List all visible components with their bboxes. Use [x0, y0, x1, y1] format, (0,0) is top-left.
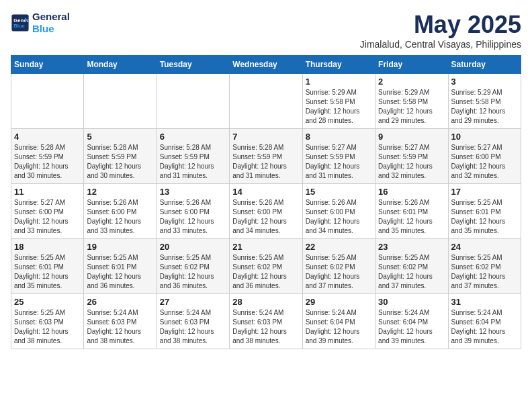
day-info: Sunrise: 5:26 AM Sunset: 6:01 PM Dayligh… [378, 198, 445, 236]
col-wednesday: Wednesday [230, 56, 302, 74]
day-number: 16 [378, 187, 445, 197]
day-number: 2 [378, 77, 445, 87]
day-info: Sunrise: 5:28 AM Sunset: 5:59 PM Dayligh… [160, 143, 226, 181]
cell-week1-day4: 1Sunrise: 5:29 AM Sunset: 5:58 PM Daylig… [302, 74, 375, 129]
cell-week5-day5: 30Sunrise: 5:24 AM Sunset: 6:04 PM Dayli… [375, 294, 448, 349]
day-number: 29 [306, 297, 372, 307]
cell-week3-day6: 17Sunrise: 5:25 AM Sunset: 6:01 PM Dayli… [448, 184, 521, 239]
cell-week2-day2: 6Sunrise: 5:28 AM Sunset: 5:59 PM Daylig… [157, 129, 229, 184]
cell-week2-day0: 4Sunrise: 5:28 AM Sunset: 5:59 PM Daylig… [11, 129, 84, 184]
cell-week5-day1: 26Sunrise: 5:24 AM Sunset: 6:03 PM Dayli… [84, 294, 157, 349]
day-number: 24 [451, 242, 518, 252]
cell-week1-day1 [84, 74, 157, 129]
day-info: Sunrise: 5:28 AM Sunset: 5:59 PM Dayligh… [232, 143, 299, 181]
day-info: Sunrise: 5:25 AM Sunset: 6:01 PM Dayligh… [451, 198, 518, 236]
cell-week5-day2: 27Sunrise: 5:24 AM Sunset: 6:03 PM Dayli… [157, 294, 229, 349]
cell-week3-day5: 16Sunrise: 5:26 AM Sunset: 6:01 PM Dayli… [375, 184, 448, 239]
calendar-table: Sunday Monday Tuesday Wednesday Thursday… [11, 55, 521, 349]
cell-week3-day4: 15Sunrise: 5:26 AM Sunset: 6:00 PM Dayli… [302, 184, 375, 239]
cell-week1-day6: 3Sunrise: 5:29 AM Sunset: 5:58 PM Daylig… [448, 74, 521, 129]
day-info: Sunrise: 5:24 AM Sunset: 6:04 PM Dayligh… [306, 308, 372, 346]
day-info: Sunrise: 5:24 AM Sunset: 6:03 PM Dayligh… [87, 308, 153, 346]
cell-week2-day4: 8Sunrise: 5:27 AM Sunset: 5:59 PM Daylig… [302, 129, 375, 184]
cell-week2-day3: 7Sunrise: 5:28 AM Sunset: 5:59 PM Daylig… [230, 129, 302, 184]
location: Jimalalud, Central Visayas, Philippines [360, 39, 521, 50]
day-info: Sunrise: 5:26 AM Sunset: 6:00 PM Dayligh… [232, 198, 299, 236]
cell-week1-day0 [11, 74, 84, 129]
day-info: Sunrise: 5:25 AM Sunset: 6:02 PM Dayligh… [160, 253, 226, 291]
day-number: 31 [451, 297, 518, 307]
day-number: 12 [87, 187, 153, 197]
cell-week4-day1: 19Sunrise: 5:25 AM Sunset: 6:01 PM Dayli… [84, 239, 157, 294]
day-number: 1 [306, 77, 372, 87]
day-info: Sunrise: 5:27 AM Sunset: 6:00 PM Dayligh… [451, 143, 518, 181]
cell-week3-day1: 12Sunrise: 5:26 AM Sunset: 6:00 PM Dayli… [84, 184, 157, 239]
day-number: 13 [160, 187, 226, 197]
cell-week5-day6: 31Sunrise: 5:24 AM Sunset: 6:04 PM Dayli… [448, 294, 521, 349]
day-info: Sunrise: 5:25 AM Sunset: 6:02 PM Dayligh… [378, 253, 445, 291]
day-info: Sunrise: 5:29 AM Sunset: 5:58 PM Dayligh… [306, 88, 372, 126]
logo-icon: General Blue [11, 13, 30, 32]
day-number: 21 [232, 242, 299, 252]
day-number: 5 [87, 132, 153, 142]
week-row-2: 4Sunrise: 5:28 AM Sunset: 5:59 PM Daylig… [11, 129, 521, 184]
day-info: Sunrise: 5:24 AM Sunset: 6:03 PM Dayligh… [160, 308, 226, 346]
day-info: Sunrise: 5:25 AM Sunset: 6:01 PM Dayligh… [14, 253, 81, 291]
week-row-3: 11Sunrise: 5:27 AM Sunset: 6:00 PM Dayli… [11, 184, 521, 239]
day-info: Sunrise: 5:26 AM Sunset: 6:00 PM Dayligh… [306, 198, 372, 236]
day-number: 14 [232, 187, 299, 197]
day-info: Sunrise: 5:28 AM Sunset: 5:59 PM Dayligh… [14, 143, 81, 181]
day-info: Sunrise: 5:25 AM Sunset: 6:01 PM Dayligh… [87, 253, 153, 291]
cell-week1-day5: 2Sunrise: 5:29 AM Sunset: 5:58 PM Daylig… [375, 74, 448, 129]
cell-week4-day3: 21Sunrise: 5:25 AM Sunset: 6:02 PM Dayli… [230, 239, 302, 294]
cell-week2-day1: 5Sunrise: 5:28 AM Sunset: 5:59 PM Daylig… [84, 129, 157, 184]
day-info: Sunrise: 5:25 AM Sunset: 6:02 PM Dayligh… [306, 253, 372, 291]
day-info: Sunrise: 5:27 AM Sunset: 5:59 PM Dayligh… [378, 143, 445, 181]
day-info: Sunrise: 5:24 AM Sunset: 6:04 PM Dayligh… [451, 308, 518, 346]
day-number: 27 [160, 297, 226, 307]
svg-text:Blue: Blue [13, 23, 25, 29]
day-number: 11 [14, 187, 81, 197]
col-sunday: Sunday [11, 56, 84, 74]
day-info: Sunrise: 5:25 AM Sunset: 6:03 PM Dayligh… [14, 308, 81, 346]
cell-week1-day2 [157, 74, 229, 129]
day-number: 25 [14, 297, 81, 307]
logo: General Blue General Blue [11, 11, 70, 35]
logo-text-line1: General [32, 11, 70, 23]
cell-week4-day2: 20Sunrise: 5:25 AM Sunset: 6:02 PM Dayli… [157, 239, 229, 294]
day-number: 4 [14, 132, 81, 142]
cell-week4-day5: 23Sunrise: 5:25 AM Sunset: 6:02 PM Dayli… [375, 239, 448, 294]
cell-week4-day6: 24Sunrise: 5:25 AM Sunset: 6:02 PM Dayli… [448, 239, 521, 294]
day-info: Sunrise: 5:29 AM Sunset: 5:58 PM Dayligh… [378, 88, 445, 126]
day-number: 7 [232, 132, 299, 142]
day-number: 30 [378, 297, 445, 307]
day-info: Sunrise: 5:28 AM Sunset: 5:59 PM Dayligh… [87, 143, 153, 181]
day-number: 22 [306, 242, 372, 252]
header: General Blue General Blue May 2025 Jimal… [11, 11, 521, 50]
cell-week1-day3 [230, 74, 302, 129]
week-row-5: 25Sunrise: 5:25 AM Sunset: 6:03 PM Dayli… [11, 294, 521, 349]
cell-week4-day4: 22Sunrise: 5:25 AM Sunset: 6:02 PM Dayli… [302, 239, 375, 294]
day-info: Sunrise: 5:25 AM Sunset: 6:02 PM Dayligh… [232, 253, 299, 291]
day-number: 10 [451, 132, 518, 142]
day-info: Sunrise: 5:26 AM Sunset: 6:00 PM Dayligh… [87, 198, 153, 236]
day-number: 9 [378, 132, 445, 142]
cell-week4-day0: 18Sunrise: 5:25 AM Sunset: 6:01 PM Dayli… [11, 239, 84, 294]
day-info: Sunrise: 5:24 AM Sunset: 6:03 PM Dayligh… [232, 308, 299, 346]
cell-week5-day3: 28Sunrise: 5:24 AM Sunset: 6:03 PM Dayli… [230, 294, 302, 349]
cell-week3-day3: 14Sunrise: 5:26 AM Sunset: 6:00 PM Dayli… [230, 184, 302, 239]
col-friday: Friday [375, 56, 448, 74]
cell-week3-day2: 13Sunrise: 5:26 AM Sunset: 6:00 PM Dayli… [157, 184, 229, 239]
week-row-4: 18Sunrise: 5:25 AM Sunset: 6:01 PM Dayli… [11, 239, 521, 294]
day-info: Sunrise: 5:26 AM Sunset: 6:00 PM Dayligh… [160, 198, 226, 236]
week-row-1: 1Sunrise: 5:29 AM Sunset: 5:58 PM Daylig… [11, 74, 521, 129]
day-number: 19 [87, 242, 153, 252]
col-monday: Monday [84, 56, 157, 74]
day-number: 6 [160, 132, 226, 142]
day-number: 20 [160, 242, 226, 252]
cell-week2-day6: 10Sunrise: 5:27 AM Sunset: 6:00 PM Dayli… [448, 129, 521, 184]
day-number: 28 [232, 297, 299, 307]
day-number: 3 [451, 77, 518, 87]
day-number: 8 [306, 132, 372, 142]
day-number: 23 [378, 242, 445, 252]
